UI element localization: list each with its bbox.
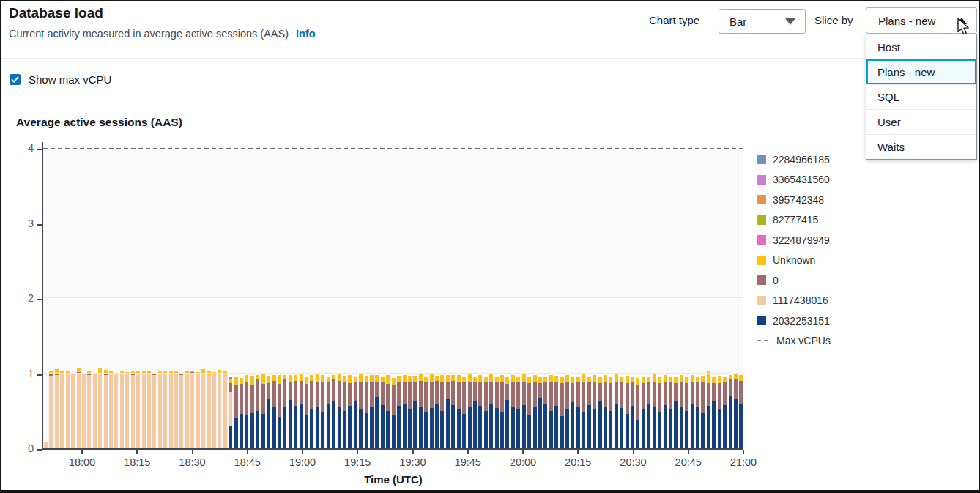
- y-tick-mark: [37, 449, 42, 451]
- bar-segment-Unknown: [653, 374, 656, 382]
- bar-segment-0: [609, 383, 612, 411]
- gridline: [43, 223, 743, 223]
- show-max-vcpu-checkbox[interactable]: [10, 74, 21, 85]
- bar-segment-0: [576, 382, 580, 407]
- legend-label: 3224879949: [773, 234, 830, 246]
- bar: [87, 371, 91, 448]
- bar-segment-0: [582, 382, 585, 412]
- bar-segment-2032253151: [642, 409, 645, 448]
- bar-segment-0: [604, 382, 607, 407]
- bar-segment-Unknown: [696, 377, 699, 382]
- bar-segment-Unknown: [533, 375, 537, 382]
- bar-segment-0: [300, 381, 303, 404]
- x-tick-mark: [743, 450, 744, 454]
- bar-segment-1117438016: [60, 374, 64, 449]
- bar: [511, 375, 515, 448]
- bar-segment-Unknown: [593, 375, 596, 382]
- menu-item-sql[interactable]: SQL: [866, 84, 976, 109]
- menu-item-host[interactable]: Host: [866, 34, 976, 59]
- bar: [571, 377, 574, 448]
- chart-plot-area[interactable]: [42, 148, 743, 450]
- bar-segment-0: [245, 382, 248, 415]
- bar: [44, 442, 48, 448]
- bar-segment-0: [669, 382, 672, 409]
- bar: [582, 374, 585, 448]
- bar-segment-0: [538, 383, 542, 399]
- y-tick-label: 4: [1, 142, 34, 154]
- bar-segment-2032253151: [478, 406, 482, 448]
- menu-item-user[interactable]: User: [866, 109, 976, 134]
- bar-segment-2032253151: [365, 413, 368, 448]
- bar-segment-0: [533, 382, 537, 407]
- bar-segment-0: [430, 382, 434, 408]
- menu-item-waits[interactable]: Waits: [866, 134, 976, 159]
- bar-segment-0: [261, 384, 265, 414]
- bar: [104, 370, 108, 448]
- slice-by-label: Slice by: [814, 14, 853, 26]
- bar-segment-Unknown: [636, 378, 639, 385]
- bar: [457, 375, 461, 448]
- bar-segment-Unknown: [424, 377, 428, 382]
- bar-segment-2032253151: [723, 405, 727, 448]
- bar-segment-0: [310, 381, 313, 409]
- bar-segment-2032253151: [653, 407, 656, 448]
- bar-segment-1117438016: [147, 374, 151, 449]
- bar-segment-1117438016: [55, 375, 59, 448]
- bar-segment-0: [723, 382, 727, 405]
- bar: [131, 371, 135, 448]
- bar-segment-2032253151: [664, 405, 667, 448]
- bar-segment-0: [729, 379, 732, 396]
- bar-segment-0: [440, 382, 444, 411]
- bar: [538, 377, 542, 448]
- bar-segment-1117438016: [142, 374, 146, 448]
- bar-segment-Unknown: [250, 376, 254, 385]
- bar-segment-2032253151: [647, 404, 650, 449]
- bar: [587, 377, 591, 448]
- bar: [440, 375, 444, 448]
- bar: [723, 377, 727, 448]
- bar-segment-2032253151: [636, 420, 639, 448]
- bar-segment-2032253151: [560, 416, 564, 448]
- checkmark-icon: [11, 75, 19, 84]
- info-link[interactable]: Info: [296, 28, 316, 40]
- bar-segment-1117438016: [66, 374, 70, 448]
- bar: [664, 375, 667, 448]
- bar-segment-2032253151: [419, 407, 423, 448]
- bar-segment-0: [505, 384, 509, 401]
- bar: [163, 371, 167, 448]
- x-tick-mark: [81, 450, 83, 454]
- bar-segment-0: [701, 382, 705, 413]
- bar-segment-2032253151: [375, 397, 379, 448]
- legend-swatch: [757, 256, 766, 265]
- bar-segment-0: [712, 383, 716, 401]
- bar: [256, 375, 259, 448]
- legend-item: Unknown: [757, 251, 831, 271]
- bar-segment-0: [707, 383, 710, 406]
- header-divider: [1, 58, 979, 59]
- bar-segment-Unknown: [305, 377, 308, 384]
- bar: [500, 375, 504, 448]
- bar-segment-0: [446, 382, 450, 400]
- bar-segment-Unknown: [669, 377, 672, 382]
- bar-segment-Unknown: [500, 375, 504, 382]
- bar: [310, 375, 313, 448]
- bar-segment-Unknown: [604, 375, 607, 382]
- legend-swatch: [757, 195, 766, 204]
- bar-segment-1117438016: [98, 374, 102, 448]
- bar: [212, 372, 216, 448]
- menu-item-plans-new[interactable]: Plans - new: [866, 59, 976, 84]
- bar-segment-1117438016: [49, 376, 53, 448]
- bar-segment-2032253151: [609, 411, 612, 448]
- bar: [147, 371, 151, 448]
- bar: [114, 374, 118, 448]
- x-tick-label: 21:00: [718, 456, 769, 468]
- bar-segment-0: [289, 382, 292, 401]
- chart-type-select[interactable]: Bar: [719, 9, 806, 34]
- bar: [403, 375, 407, 448]
- bar-segment-2032253151: [272, 407, 276, 448]
- bar: [66, 371, 70, 448]
- bar: [620, 377, 623, 448]
- bar-segment-0: [462, 382, 466, 414]
- bar-segment-1117438016: [87, 375, 91, 448]
- bar-segment-2032253151: [468, 407, 472, 448]
